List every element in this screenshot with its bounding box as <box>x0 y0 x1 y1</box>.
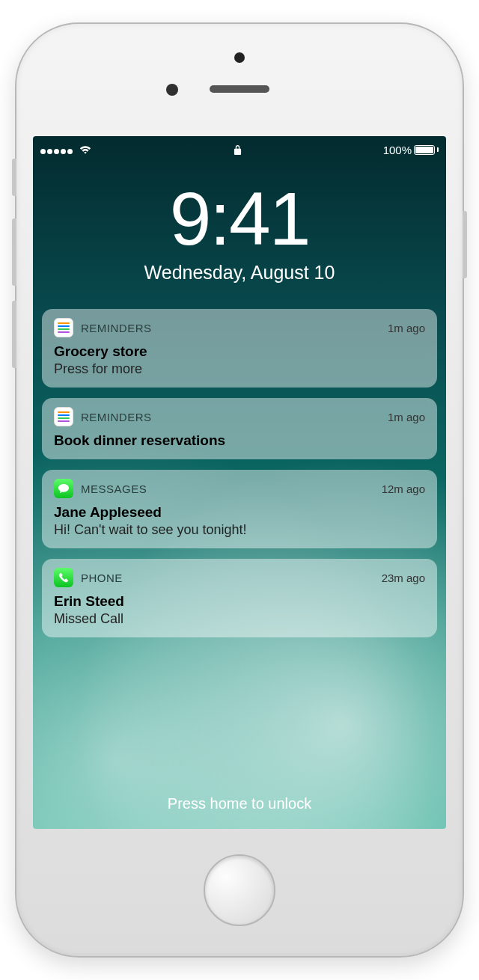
notification-time: 1m ago <box>388 411 425 423</box>
battery-indicator: 100% <box>383 144 439 156</box>
status-bar: 100% <box>33 136 446 159</box>
notification-title: Jane Appleseed <box>54 504 425 521</box>
lock-icon <box>234 144 242 156</box>
notification-card[interactable]: MESSAGES12m agoJane AppleseedHi! Can't w… <box>42 470 437 548</box>
notification-card[interactable]: REMINDERS1m agoGrocery storePress for mo… <box>42 309 437 388</box>
volume-up-button[interactable] <box>12 218 16 286</box>
notification-card[interactable]: PHONE23m agoErin SteedMissed Call <box>42 559 437 637</box>
date-label: Wednesday, August 10 <box>33 262 446 284</box>
signal-strength-icon <box>40 144 74 156</box>
notification-app-name: MESSAGES <box>81 483 374 495</box>
notification-app-name: PHONE <box>81 572 374 584</box>
notification-time: 12m ago <box>382 483 425 495</box>
front-camera <box>234 52 245 63</box>
phone-icon <box>54 568 73 587</box>
notification-body: Missed Call <box>54 611 425 627</box>
notification-body: Hi! Can't wait to see you tonight! <box>54 522 425 538</box>
notification-time: 1m ago <box>388 322 425 334</box>
unlock-hint: Press home to unlock <box>33 795 446 812</box>
notification-title: Erin Steed <box>54 593 425 610</box>
volume-down-button[interactable] <box>12 301 16 368</box>
wifi-icon <box>79 144 92 155</box>
time-label: 9:41 <box>33 181 446 256</box>
notification-title: Book dinner reservations <box>54 432 425 449</box>
clock: 9:41 Wednesday, August 10 <box>33 181 446 284</box>
battery-percent: 100% <box>383 144 412 156</box>
lock-screen[interactable]: 100% 9:41 Wednesday, August 10 REMINDERS… <box>33 136 446 829</box>
messages-icon <box>54 479 73 498</box>
mute-switch[interactable] <box>12 159 16 196</box>
notification-app-name: REMINDERS <box>81 322 380 334</box>
reminders-icon <box>54 407 73 426</box>
iphone-device: 100% 9:41 Wednesday, August 10 REMINDERS… <box>15 22 464 958</box>
proximity-sensor <box>166 84 178 96</box>
earpiece-speaker <box>210 85 269 93</box>
notification-app-name: REMINDERS <box>81 411 380 423</box>
power-button[interactable] <box>463 211 467 278</box>
notification-time: 23m ago <box>382 572 425 584</box>
reminders-icon <box>54 318 73 337</box>
notification-card[interactable]: REMINDERS1m agoBook dinner reservations <box>42 398 437 459</box>
notification-title: Grocery store <box>54 343 425 360</box>
notification-body: Press for more <box>54 361 425 377</box>
home-button[interactable] <box>204 854 275 926</box>
notification-list[interactable]: REMINDERS1m agoGrocery storePress for mo… <box>42 309 437 637</box>
